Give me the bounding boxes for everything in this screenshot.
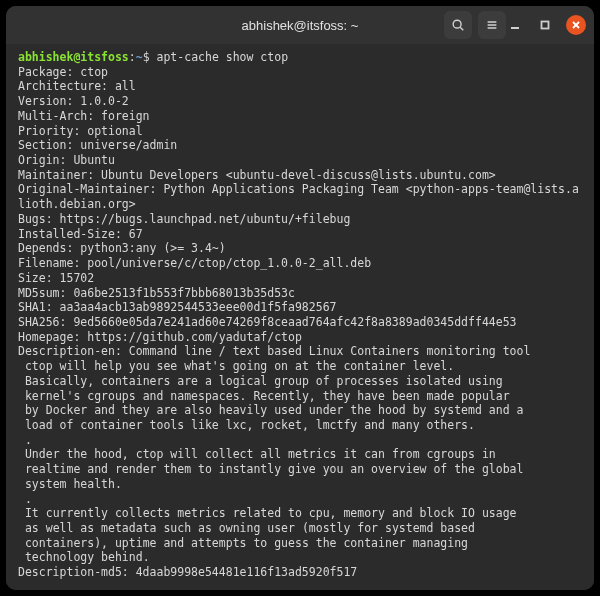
command-input: apt-cache show ctop bbox=[157, 50, 289, 64]
minimize-button[interactable] bbox=[506, 16, 524, 34]
window-controls bbox=[506, 15, 586, 35]
maximize-button[interactable] bbox=[536, 16, 554, 34]
output-line: MD5sum: 0a6be2513f1b553f7bbb68013b35d53c bbox=[18, 286, 295, 300]
svg-rect-6 bbox=[542, 22, 549, 29]
output-line: Homepage: https://github.com/yadutaf/cto… bbox=[18, 330, 302, 344]
prompt-user-host: abhishek@itsfoss bbox=[18, 50, 129, 64]
output-line: Original-Maintainer: Python Applications… bbox=[18, 182, 579, 211]
output-line: Origin: Ubuntu bbox=[18, 153, 115, 167]
output-line: Description-en: Command line / text base… bbox=[18, 344, 530, 358]
output-line: . bbox=[18, 433, 32, 447]
output-line: kernel's cgroups and namespaces. Recentl… bbox=[18, 389, 510, 403]
output-line: Basically, containers are a logical grou… bbox=[18, 374, 503, 388]
output-line: by Docker and they are also heavily used… bbox=[18, 403, 523, 417]
prompt-colon: : bbox=[129, 50, 136, 64]
output-line: ctop will help you see what's going on a… bbox=[18, 359, 454, 373]
output-line: Size: 15702 bbox=[18, 271, 94, 285]
output-line: system health. bbox=[18, 477, 122, 491]
minimize-icon bbox=[510, 20, 520, 30]
output-line: Maintainer: Ubuntu Developers <ubuntu-de… bbox=[18, 168, 496, 182]
output-line: SHA1: aa3aa4acb13ab9892544533eee00d1f5fa… bbox=[18, 300, 337, 314]
output-line: Multi-Arch: foreign bbox=[18, 109, 150, 123]
output-line: load of container tools like lxc, rocket… bbox=[18, 418, 475, 432]
output-line: Under the hood, ctop will collect all me… bbox=[18, 447, 496, 461]
maximize-icon bbox=[540, 20, 550, 30]
output-line: Section: universe/admin bbox=[18, 138, 177, 152]
output-line: It currently collects metrics related to… bbox=[18, 506, 517, 520]
menu-button[interactable] bbox=[478, 11, 506, 39]
window-title: abhishek@itsfoss: ~ bbox=[242, 18, 359, 33]
output-line: technology behind. bbox=[18, 550, 150, 564]
output-line: containers), uptime and attempts to gues… bbox=[18, 536, 468, 550]
output-line: Bugs: https://bugs.launchpad.net/ubuntu/… bbox=[18, 212, 350, 226]
output-line: Priority: optional bbox=[18, 124, 143, 138]
output-line: Package: ctop bbox=[18, 65, 108, 79]
output-line: Version: 1.0.0-2 bbox=[18, 94, 129, 108]
prompt-dollar: $ bbox=[143, 50, 157, 64]
output-line: SHA256: 9ed5660e05da7e241ad60e74269f8cea… bbox=[18, 315, 517, 329]
svg-point-0 bbox=[453, 20, 461, 28]
search-button[interactable] bbox=[444, 11, 472, 39]
close-icon bbox=[571, 20, 581, 30]
output-line: Filename: pool/universe/c/ctop/ctop_1.0.… bbox=[18, 256, 371, 270]
prompt-path: ~ bbox=[136, 50, 143, 64]
output-line: as well as metadata such as owning user … bbox=[18, 521, 475, 535]
output-line: Depends: python3:any (>= 3.4~) bbox=[18, 241, 226, 255]
hamburger-icon bbox=[485, 18, 499, 32]
output-line: Installed-Size: 67 bbox=[18, 227, 143, 241]
output-line: realtime and render them to instantly gi… bbox=[18, 462, 523, 476]
terminal-window: abhishek@itsfoss: ~ bbox=[6, 6, 594, 590]
titlebar-button-group bbox=[444, 11, 506, 39]
svg-line-1 bbox=[460, 27, 463, 30]
close-button[interactable] bbox=[566, 15, 586, 35]
output-line: Architecture: all bbox=[18, 79, 136, 93]
terminal-body[interactable]: abhishek@itsfoss:~$ apt-cache show ctop … bbox=[6, 44, 594, 590]
search-icon bbox=[451, 18, 465, 32]
titlebar: abhishek@itsfoss: ~ bbox=[6, 6, 594, 44]
output-line: Description-md5: 4daab9998e54481e116f13a… bbox=[18, 565, 357, 579]
output-line: . bbox=[18, 492, 32, 506]
